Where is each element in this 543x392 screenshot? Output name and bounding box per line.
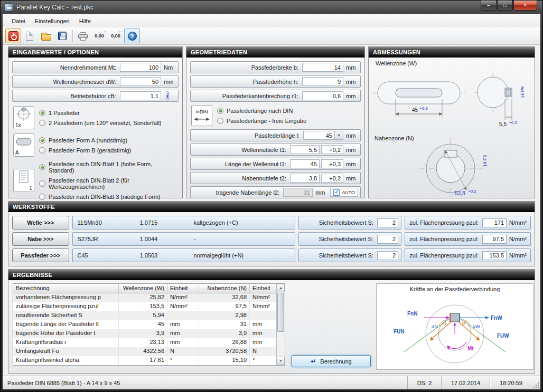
radio-form-a[interactable]: Passfeder Form A (rundstirnig) [39, 137, 132, 144]
shaft-depth-tol: +0,2 [509, 120, 517, 125]
document-icon [14, 169, 34, 187]
wellennuttiefe-input[interactable]: 5,5 [290, 145, 320, 154]
radio-din-blatt-2[interactable]: Passfeder nach DIN-Blatt 2 (für Werkzeug… [39, 177, 179, 190]
passfederbreite-input[interactable]: 14 [302, 63, 343, 72]
welle-safety-input[interactable]: 2 [377, 218, 398, 227]
passfederlaenge-input[interactable]: 45 [303, 131, 334, 140]
radio-laenge-din[interactable]: Passfederlänge nach DIN [217, 108, 306, 114]
radio-form-b[interactable]: Passfeder Form B (geradstirnig) [39, 147, 132, 154]
auto-checkbox-box[interactable]: AUTO [330, 188, 358, 197]
material-row-passfeder: Passfeder >>> C45 1.0503 normalgeglüht (… [12, 248, 531, 262]
scroll-down-icon[interactable]: ▼ [277, 357, 285, 365]
main-content: EINGABEWERTE / OPTIONEN Nenndrehmoment M… [3, 45, 540, 374]
shaft-zone-label: Wellenzone (W) [376, 60, 417, 66]
material-number: 1.0503 [140, 252, 194, 259]
menu-datei[interactable]: Datei [7, 16, 30, 26]
help-button[interactable]: ? [124, 28, 140, 43]
torque-label: Mt [467, 346, 474, 351]
new-file-button[interactable] [22, 28, 38, 43]
resize-grip[interactable] [532, 376, 540, 389]
field-nabenlaenge: tragende Nabenlänge l2: 31 mm AUTO [190, 186, 361, 198]
close-button[interactable]: × [513, 1, 537, 11]
chevron-down-icon[interactable] [334, 131, 343, 140]
client-area: Datei Einstellungen Hilfe 0,00→ 0,00← ? [3, 14, 540, 389]
open-folder-icon [41, 34, 51, 41]
radio-icon [39, 180, 45, 187]
field-wellennuttiefe: Wellennuttiefe t1: 5,5 +0,2 mm [190, 144, 361, 156]
shaft-length-dim: 45 [412, 107, 418, 113]
section-werkstoffe: WERKSTOFFE Welle >>> 11SMn30 1.0715 kalt… [8, 201, 535, 266]
status-text: Passfeder DIN 6885 (Blatt 1) - A 14 x 9 … [3, 376, 407, 389]
decimals-increase-button[interactable]: 0,00→ [91, 28, 107, 43]
field-nenndrehmoment: Nenndrehmoment Mt: 100 Nm [12, 61, 179, 73]
info-button[interactable] [166, 91, 169, 100]
kantenbrechung-input[interactable]: 0,6 [302, 91, 343, 100]
betriebsfaktor-input[interactable]: 1.1 [120, 91, 161, 100]
window-title: Parallel Key Calc - Test.pkc [16, 4, 93, 11]
menu-bar: Datei Einstellungen Hilfe [3, 14, 540, 27]
nenndrehmoment-input[interactable]: 100 [120, 63, 161, 72]
radio-1-passfeder[interactable]: 1 Passfeder [39, 110, 162, 116]
exit-button[interactable] [5, 28, 21, 43]
radio-icon [39, 110, 45, 116]
save-button[interactable] [54, 28, 70, 43]
table-scrollbar[interactable]: ▲ ▼ [276, 284, 285, 365]
passfeder-safety-field: Sicherheitsbeiwert S: 2 [298, 248, 401, 262]
dimension-arrow-icon [193, 117, 211, 122]
panel-abmessungen: ABMESSUNGEN Wellenzone (W [368, 46, 535, 198]
status-ds: DS: 2 [407, 376, 441, 389]
force-diagram-title: Kräfte an der Passfederverbindung [410, 286, 500, 292]
welle-material-field[interactable]: 11SMn30 1.0715 kaltgezogen (+C) [72, 216, 295, 230]
scroll-up-icon[interactable]: ▲ [277, 284, 285, 292]
nabe-button[interactable]: Nabe >>> [12, 232, 69, 246]
section-ergebnisse-header: ERGEBNISSE [8, 270, 535, 280]
passfederlaenge-combo: 45 [303, 131, 343, 140]
table-row: zulässige Flächenpressung pzul153,5N/mm²… [13, 302, 276, 311]
print-button[interactable] [75, 28, 91, 43]
auto-checkbox[interactable] [333, 189, 340, 196]
field-label: Nenndrehmoment Mt: [16, 64, 120, 71]
panel-eingabewerte: EINGABEWERTE / OPTIONEN Nenndrehmoment M… [8, 46, 183, 198]
passfeder-safety-input[interactable]: 2 [377, 251, 398, 260]
radio-2-passfedern[interactable]: 2 Passfedern (um 120° versetzt, Sonderfa… [39, 120, 162, 126]
menu-einstellungen[interactable]: Einstellungen [30, 16, 74, 26]
welle-safety-field: Sicherheitsbeiwert S: 2 [298, 216, 401, 230]
wellennut-laenge-input[interactable]: 45 [290, 159, 320, 168]
welle-button[interactable]: Welle >>> [12, 216, 69, 230]
table-row: tragende Länge der Passfeder lt45mm31mm [13, 320, 276, 329]
table-row: Kraftangriffswinkel alpha17,61°15,10° [13, 356, 276, 365]
field-unit [161, 91, 176, 101]
nabennuttiefe-toleranz: +0,2 [321, 174, 343, 183]
force-diagram: Kräfte an der Passfederverbindung [377, 284, 533, 369]
passfederhoehe-input[interactable]: 9 [302, 77, 343, 86]
radio-din-blatt-3[interactable]: Passfeder nach DIN-Blatt 3 (niedrige For… [39, 194, 179, 200]
radio-din-blatt-1[interactable]: Passfeder nach DIN-Blatt 1 (hohe Form, S… [39, 161, 179, 174]
open-file-button[interactable] [38, 28, 54, 43]
force-label-fun: FUN [394, 329, 405, 334]
berechnung-button[interactable]: Berechnung [292, 355, 371, 367]
field-label: Wellendurchmesser dW: [16, 79, 120, 85]
menu-hilfe[interactable]: Hilfe [74, 16, 96, 26]
maximize-button[interactable]: □ [497, 1, 513, 11]
scrollbar-thumb[interactable] [277, 293, 284, 332]
decimals-decrease-button[interactable]: 0,00← [108, 28, 124, 43]
passfeder-material-field[interactable]: C45 1.0503 normalgeglüht (+N) [72, 248, 295, 262]
title-bar[interactable]: Parallel Key Calc - Test.pkc – □ × [1, 1, 542, 14]
enter-arrow-icon [311, 358, 316, 365]
minimize-button[interactable]: – [481, 1, 497, 11]
length-mode-icon: l=DIN [191, 105, 212, 126]
table-row: Umfangskraft Fu4322,56N3720,58N [13, 347, 276, 356]
radio-icon [39, 147, 45, 154]
material-number: 1.0715 [140, 219, 194, 226]
field-kantenbrechung: Passfederkantenbrechung r1: 0,6 mm [190, 90, 361, 102]
passfeder-button[interactable]: Passfeder >>> [12, 248, 69, 262]
nabennuttiefe-input[interactable]: 3,8 [290, 174, 320, 183]
wellendurchmesser-input[interactable]: 50 [120, 77, 161, 86]
app-icon [5, 3, 13, 12]
radio-icon [39, 194, 45, 200]
radio-laenge-frei[interactable]: Passfederlänge - freie Eingabe [217, 118, 306, 124]
nabe-material-field[interactable]: S275JR 1.0044 - [72, 232, 295, 246]
nabenlaenge-input[interactable]: 31 [283, 188, 313, 197]
nabe-safety-input[interactable]: 2 [377, 235, 398, 244]
material-name: S275JR [78, 236, 140, 242]
